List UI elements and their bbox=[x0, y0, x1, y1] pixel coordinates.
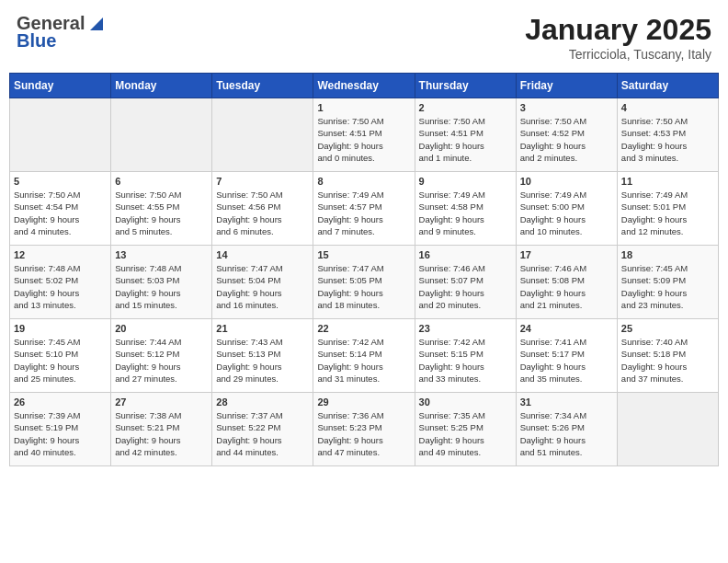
day-cell: 29Sunrise: 7:36 AM Sunset: 5:23 PM Dayli… bbox=[313, 393, 415, 466]
day-cell: 16Sunrise: 7:46 AM Sunset: 5:07 PM Dayli… bbox=[415, 246, 516, 319]
day-number: 2 bbox=[419, 102, 512, 113]
day-info: Sunrise: 7:38 AM Sunset: 5:21 PM Dayligh… bbox=[115, 409, 208, 458]
day-info: Sunrise: 7:42 AM Sunset: 5:15 PM Dayligh… bbox=[419, 336, 512, 385]
day-cell: 8Sunrise: 7:49 AM Sunset: 4:57 PM Daylig… bbox=[313, 172, 415, 246]
day-cell bbox=[10, 98, 111, 172]
day-number: 30 bbox=[419, 396, 512, 408]
day-number: 4 bbox=[621, 102, 714, 113]
day-info: Sunrise: 7:50 AM Sunset: 4:56 PM Dayligh… bbox=[216, 189, 309, 237]
day-number: 9 bbox=[419, 176, 512, 187]
day-info: Sunrise: 7:50 AM Sunset: 4:55 PM Dayligh… bbox=[115, 189, 208, 237]
day-number: 8 bbox=[317, 176, 410, 187]
day-cell: 9Sunrise: 7:49 AM Sunset: 4:58 PM Daylig… bbox=[415, 172, 516, 246]
day-cell: 17Sunrise: 7:46 AM Sunset: 5:08 PM Dayli… bbox=[516, 246, 617, 319]
day-info: Sunrise: 7:48 AM Sunset: 5:03 PM Dayligh… bbox=[115, 262, 208, 311]
day-info: Sunrise: 7:44 AM Sunset: 5:12 PM Dayligh… bbox=[115, 336, 208, 385]
day-number: 15 bbox=[317, 249, 410, 260]
day-cell: 2Sunrise: 7:50 AM Sunset: 4:51 PM Daylig… bbox=[415, 98, 516, 172]
day-cell: 11Sunrise: 7:49 AM Sunset: 5:01 PM Dayli… bbox=[617, 172, 718, 246]
day-info: Sunrise: 7:46 AM Sunset: 5:08 PM Dayligh… bbox=[520, 262, 613, 311]
day-number: 16 bbox=[419, 249, 512, 260]
day-number: 1 bbox=[317, 102, 410, 113]
day-number: 25 bbox=[621, 323, 714, 334]
calendar-subtitle: Terricciola, Tuscany, Italy bbox=[525, 47, 711, 62]
day-info: Sunrise: 7:42 AM Sunset: 5:14 PM Dayligh… bbox=[317, 336, 410, 385]
day-info: Sunrise: 7:45 AM Sunset: 5:10 PM Dayligh… bbox=[14, 336, 107, 385]
day-number: 18 bbox=[621, 249, 714, 260]
day-info: Sunrise: 7:47 AM Sunset: 5:05 PM Dayligh… bbox=[317, 262, 410, 311]
day-info: Sunrise: 7:50 AM Sunset: 4:52 PM Dayligh… bbox=[520, 115, 613, 164]
day-number: 7 bbox=[216, 176, 309, 187]
day-cell: 20Sunrise: 7:44 AM Sunset: 5:12 PM Dayli… bbox=[111, 319, 212, 393]
day-number: 21 bbox=[216, 323, 309, 334]
day-number: 27 bbox=[115, 396, 208, 408]
day-number: 17 bbox=[520, 249, 613, 260]
day-info: Sunrise: 7:49 AM Sunset: 4:58 PM Dayligh… bbox=[419, 189, 512, 237]
day-cell: 31Sunrise: 7:34 AM Sunset: 5:26 PM Dayli… bbox=[516, 393, 617, 466]
svg-marker-0 bbox=[90, 17, 103, 30]
day-info: Sunrise: 7:43 AM Sunset: 5:13 PM Dayligh… bbox=[216, 336, 309, 385]
week-row-3: 19Sunrise: 7:45 AM Sunset: 5:10 PM Dayli… bbox=[10, 319, 719, 393]
day-cell: 13Sunrise: 7:48 AM Sunset: 5:03 PM Dayli… bbox=[111, 246, 212, 319]
day-info: Sunrise: 7:39 AM Sunset: 5:19 PM Dayligh… bbox=[14, 409, 107, 458]
day-cell bbox=[212, 98, 313, 172]
day-info: Sunrise: 7:41 AM Sunset: 5:17 PM Dayligh… bbox=[520, 336, 613, 385]
col-wednesday: Wednesday bbox=[313, 74, 415, 98]
day-number: 5 bbox=[14, 176, 107, 187]
day-cell: 3Sunrise: 7:50 AM Sunset: 4:52 PM Daylig… bbox=[516, 98, 617, 172]
day-cell: 19Sunrise: 7:45 AM Sunset: 5:10 PM Dayli… bbox=[10, 319, 111, 393]
week-row-1: 5Sunrise: 7:50 AM Sunset: 4:54 PM Daylig… bbox=[10, 172, 719, 246]
col-tuesday: Tuesday bbox=[212, 74, 313, 98]
day-info: Sunrise: 7:49 AM Sunset: 5:00 PM Dayligh… bbox=[520, 189, 613, 237]
day-number: 13 bbox=[115, 249, 208, 260]
day-cell: 21Sunrise: 7:43 AM Sunset: 5:13 PM Dayli… bbox=[212, 319, 313, 393]
day-number: 20 bbox=[115, 323, 208, 334]
day-number: 12 bbox=[14, 249, 107, 260]
day-cell: 26Sunrise: 7:39 AM Sunset: 5:19 PM Dayli… bbox=[10, 393, 111, 466]
logo-icon bbox=[86, 14, 107, 34]
day-number: 19 bbox=[14, 323, 107, 334]
day-cell: 12Sunrise: 7:48 AM Sunset: 5:02 PM Dayli… bbox=[10, 246, 111, 319]
day-cell: 7Sunrise: 7:50 AM Sunset: 4:56 PM Daylig… bbox=[212, 172, 313, 246]
day-number: 10 bbox=[520, 176, 613, 187]
day-cell: 23Sunrise: 7:42 AM Sunset: 5:15 PM Dayli… bbox=[415, 319, 516, 393]
day-number: 3 bbox=[520, 102, 613, 113]
day-info: Sunrise: 7:45 AM Sunset: 5:09 PM Dayligh… bbox=[621, 262, 714, 311]
week-row-4: 26Sunrise: 7:39 AM Sunset: 5:19 PM Dayli… bbox=[10, 393, 719, 466]
day-cell: 30Sunrise: 7:35 AM Sunset: 5:25 PM Dayli… bbox=[415, 393, 516, 466]
day-number: 28 bbox=[216, 396, 309, 408]
day-number: 22 bbox=[317, 323, 410, 334]
day-cell: 22Sunrise: 7:42 AM Sunset: 5:14 PM Dayli… bbox=[313, 319, 415, 393]
day-info: Sunrise: 7:37 AM Sunset: 5:22 PM Dayligh… bbox=[216, 409, 309, 458]
day-cell bbox=[111, 98, 212, 172]
day-number: 31 bbox=[520, 396, 613, 408]
day-cell: 24Sunrise: 7:41 AM Sunset: 5:17 PM Dayli… bbox=[516, 319, 617, 393]
day-info: Sunrise: 7:50 AM Sunset: 4:54 PM Dayligh… bbox=[14, 189, 107, 237]
day-number: 26 bbox=[14, 396, 107, 408]
day-cell: 14Sunrise: 7:47 AM Sunset: 5:04 PM Dayli… bbox=[212, 246, 313, 319]
day-number: 24 bbox=[520, 323, 613, 334]
col-monday: Monday bbox=[111, 74, 212, 98]
day-info: Sunrise: 7:49 AM Sunset: 4:57 PM Dayligh… bbox=[317, 189, 410, 237]
week-row-2: 12Sunrise: 7:48 AM Sunset: 5:02 PM Dayli… bbox=[10, 246, 719, 319]
day-info: Sunrise: 7:49 AM Sunset: 5:01 PM Dayligh… bbox=[621, 189, 714, 237]
day-cell bbox=[617, 393, 718, 466]
day-info: Sunrise: 7:36 AM Sunset: 5:23 PM Dayligh… bbox=[317, 409, 410, 458]
day-info: Sunrise: 7:48 AM Sunset: 5:02 PM Dayligh… bbox=[14, 262, 107, 311]
day-info: Sunrise: 7:40 AM Sunset: 5:18 PM Dayligh… bbox=[621, 336, 714, 385]
day-info: Sunrise: 7:50 AM Sunset: 4:51 PM Dayligh… bbox=[317, 115, 410, 164]
day-info: Sunrise: 7:50 AM Sunset: 4:53 PM Dayligh… bbox=[621, 115, 714, 164]
day-cell: 15Sunrise: 7:47 AM Sunset: 5:05 PM Dayli… bbox=[313, 246, 415, 319]
day-cell: 27Sunrise: 7:38 AM Sunset: 5:21 PM Dayli… bbox=[111, 393, 212, 466]
day-info: Sunrise: 7:47 AM Sunset: 5:04 PM Dayligh… bbox=[216, 262, 309, 311]
logo-blue-text: Blue bbox=[17, 30, 56, 52]
day-cell: 4Sunrise: 7:50 AM Sunset: 4:53 PM Daylig… bbox=[617, 98, 718, 172]
title-area: January 2025 Terricciola, Tuscany, Italy bbox=[525, 13, 711, 62]
page-header: General Blue January 2025 Terricciola, T… bbox=[9, 9, 719, 65]
day-cell: 28Sunrise: 7:37 AM Sunset: 5:22 PM Dayli… bbox=[212, 393, 313, 466]
col-friday: Friday bbox=[516, 74, 617, 98]
day-info: Sunrise: 7:34 AM Sunset: 5:26 PM Dayligh… bbox=[520, 409, 613, 458]
calendar-table: Sunday Monday Tuesday Wednesday Thursday… bbox=[9, 73, 719, 466]
week-row-0: 1Sunrise: 7:50 AM Sunset: 4:51 PM Daylig… bbox=[10, 98, 719, 172]
header-row: Sunday Monday Tuesday Wednesday Thursday… bbox=[10, 74, 719, 98]
